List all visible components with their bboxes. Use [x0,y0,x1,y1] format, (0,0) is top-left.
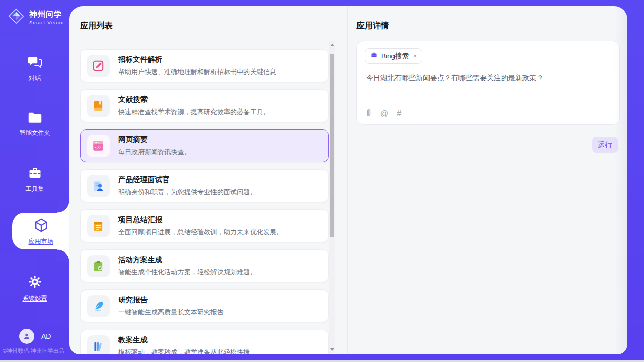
run-button[interactable]: 运行 [592,137,618,153]
app-name: 研究报告 [118,295,224,305]
svg-text:</>: </> [95,145,102,149]
sidebar: 神州问学 Smart Vision 对话 智能文件夹 [0,0,69,360]
app-card-lesson-plan[interactable]: 教案生成 模板驱动，教案秒成，教学准备从此轻松快捷 [80,330,329,354]
app-name: 活动方案生成 [118,255,257,265]
app-name: 教案生成 [118,335,250,345]
app-detail-title: 应用详情 [356,21,389,31]
sidebar-item-label: 对话 [0,74,69,83]
cube-icon [33,217,49,235]
app-description: 快速精准查找学术资源，提高研究效率的必备工具。 [118,107,270,117]
app-card-project-summary[interactable]: 项目总结汇报 全面回顾项目进展，总结经验教训，助力未来优化发展。 [80,209,329,242]
app-card-pm-interviewer[interactable]: 产品经理面试官 明确身份和职责，为您提供专业性的面试问题。 [80,169,329,202]
brand-logo: 神州问学 Smart Vision [7,7,64,28]
app-name: 招标文件解析 [118,55,276,64]
prompt-input-card[interactable]: Bing搜索 × 今日湖北有哪些新闻要点？有哪些需要关注的最新政策？ @ # [356,41,620,125]
book-icon [87,95,110,117]
sidebar-item-toolset[interactable]: 工具集 [0,166,69,193]
sidebar-item-label: 应用市场 [29,237,53,246]
tag-close-icon[interactable]: × [413,53,417,60]
app-detail-panel: 应用详情 Bing搜索 × 今日湖北有哪些新闻要点？有哪些需要关注的最新政策？ [348,6,627,354]
sidebar-item-label: 工具集 [0,185,69,193]
app-description: 每日政府新闻资讯快查。 [118,148,191,157]
app-name: 项目总结汇报 [118,215,283,225]
hash-icon[interactable]: # [397,109,401,118]
clipboard-check-icon [87,255,110,277]
sidebar-item-label: 系统设置 [0,294,69,303]
app-list-title: 应用列表 [80,21,113,31]
tool-tag-bing-search[interactable]: Bing搜索 × [365,48,422,64]
window-bottom-edge [0,360,644,362]
interviewer-icon [87,175,110,197]
app-card-tender-parse[interactable]: 招标文件解析 帮助用户快速、准确地理解和解析招标书中的关键信息 [80,49,329,82]
diamond-logo-icon [7,7,26,28]
selected-nav-bottom-curve [57,249,69,262]
quill-icon [87,295,110,317]
user-name: AD [41,332,51,340]
app-name: 网页摘要 [118,135,191,144]
books-icon [87,335,110,355]
app-card-web-summary[interactable]: </> 网页摘要 每日政府新闻资讯快查。 [80,129,329,162]
notepad-icon [87,215,110,237]
scrollbar-thumb[interactable] [330,54,334,237]
app-list: 招标文件解析 帮助用户快速、准确地理解和解析招标书中的关键信息 文献搜索 [80,49,329,354]
avatar [19,329,34,344]
sidebar-item-chat[interactable]: 对话 [0,56,69,83]
app-window: 神州问学 Smart Vision 对话 智能文件夹 [0,0,644,362]
sidebar-item-app-market[interactable]: 应用市场 [12,213,69,249]
attachment-toolbar: @ # [365,108,401,119]
gear-icon [28,282,42,291]
app-card-event-plan[interactable]: 活动方案生成 智能生成个性化活动方案，轻松解决规划难题。 [80,249,329,282]
app-name: 产品经理面试官 [118,175,257,185]
app-list-panel: 应用列表 招标文件解析 帮助用户快速、准确地理解和解析招标书中的关键信息 [69,6,348,354]
sidebar-item-label: 智能文件夹 [0,129,69,137]
toolbox-icon [28,172,42,181]
user-account[interactable]: AD [19,329,51,344]
app-name: 文献搜索 [118,95,270,104]
app-list-scrollbar[interactable] [329,41,335,353]
web-code-icon: </> [87,135,110,157]
tool-tag-label: Bing搜索 [381,52,409,61]
chat-icon [28,62,42,70]
selected-nav-top-curve [57,201,69,213]
app-description: 全面回顾项目进展，总结经验教训，助力未来优化发展。 [118,228,283,237]
copyright-text: ©神州数码·神州问学出品 [3,347,69,355]
sidebar-item-smart-folder[interactable]: 智能文件夹 [0,112,69,137]
app-description: 模板驱动，教案秒成，教学准备从此轻松快捷 [118,348,250,354]
main-content: 应用列表 招标文件解析 帮助用户快速、准确地理解和解析招标书中的关键信息 [69,6,627,354]
app-card-literature-search[interactable]: 文献搜索 快速精准查找学术资源，提高研究效率的必备工具。 [80,89,329,122]
document-edit-icon [87,55,110,77]
app-description: 一键智能生成高质量长文本研究报告 [118,308,224,317]
scrollbar-up-arrow-icon[interactable] [329,42,335,48]
brand-name: 神州问学 [29,10,62,18]
briefcase-icon [370,51,378,61]
at-mention-icon[interactable]: @ [380,109,388,118]
scrollbar-down-arrow-icon[interactable] [329,346,335,352]
paperclip-icon[interactable] [365,108,372,119]
app-card-research-report[interactable]: 研究报告 一键智能生成高质量长文本研究报告 [80,289,329,322]
sidebar-item-settings[interactable]: 系统设置 [0,275,69,303]
brand-tagline: Smart Vision [29,20,64,25]
query-text[interactable]: 今日湖北有哪些新闻要点？有哪些需要关注的最新政策？ [366,74,610,83]
folder-icon [28,117,42,125]
app-description: 明确身份和职责，为您提供专业性的面试问题。 [118,188,257,197]
app-description: 帮助用户快速、准确地理解和解析招标书中的关键信息 [118,67,276,77]
app-description: 智能生成个性化活动方案，轻松解决规划难题。 [118,268,257,277]
